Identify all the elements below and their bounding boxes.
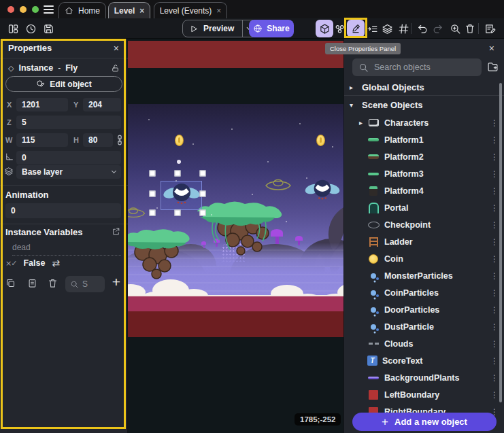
dust-particle-object[interactable]: [177, 160, 181, 164]
lock-ratio-icon[interactable]: [116, 135, 124, 145]
object-thumbnail: [367, 287, 380, 299]
object-row[interactable]: Platform2 ⋮: [344, 148, 499, 165]
selection-handle[interactable]: [200, 171, 206, 177]
window-close-button[interactable]: [7, 6, 14, 13]
platform-island-left[interactable]: [128, 225, 195, 288]
variable-name[interactable]: dead: [12, 243, 121, 256]
object-menu-icon[interactable]: ⋮: [490, 169, 499, 179]
platform-island-center[interactable]: [193, 199, 288, 267]
layer-select[interactable]: Base layer: [16, 165, 121, 179]
object-menu-icon[interactable]: ⋮: [490, 237, 499, 247]
tab-level-close-icon[interactable]: ×: [139, 6, 144, 16]
window-minimize-button[interactable]: [20, 6, 27, 13]
object-row[interactable]: ▸ Characters ⋮: [344, 114, 499, 131]
selection-handle[interactable]: [150, 171, 156, 177]
add-object-button[interactable]: + Add a new object: [352, 413, 497, 431]
w-field-input[interactable]: 115: [16, 133, 68, 147]
object-menu-icon[interactable]: ⋮: [490, 152, 499, 162]
selection-handle[interactable]: [175, 171, 181, 177]
open-variables-icon[interactable]: [112, 227, 120, 236]
selection-handle[interactable]: [150, 191, 156, 197]
tab-level-events-close-icon[interactable]: ×: [216, 6, 221, 16]
object-row[interactable]: Coin ⋮: [344, 250, 499, 267]
object-menu-icon[interactable]: ⋮: [490, 186, 499, 196]
object-row[interactable]: BackgroundPlants ⋮: [344, 369, 499, 386]
x-field-input[interactable]: 1201: [16, 98, 68, 111]
object-menu-icon[interactable]: ⋮: [490, 322, 499, 332]
tab-level-events[interactable]: Level (Events) ×: [154, 2, 227, 18]
object-menu-icon[interactable]: ⋮: [490, 271, 499, 281]
object-menu-icon[interactable]: ⋮: [490, 339, 499, 349]
tab-home[interactable]: Home: [58, 2, 106, 18]
add-variable-button[interactable]: +: [112, 274, 120, 290]
edit-object-button[interactable]: Edit object: [5, 76, 122, 92]
object-row[interactable]: T ScoreText ⋮: [344, 352, 499, 369]
variables-search-input[interactable]: S: [65, 276, 105, 292]
panels-layout-button[interactable]: [4, 20, 22, 37]
copy-variable-button[interactable]: [5, 278, 16, 288]
selection-handle[interactable]: [200, 210, 206, 216]
object-menu-icon[interactable]: ⋮: [490, 254, 499, 264]
object-menu-icon[interactable]: ⋮: [490, 203, 499, 213]
object-menu-icon[interactable]: ⋮: [490, 305, 499, 315]
object-menu-icon[interactable]: ⋮: [490, 373, 499, 383]
object-groups-button[interactable]: [331, 20, 348, 37]
properties-close-icon[interactable]: ×: [114, 43, 119, 54]
redo-button[interactable]: [429, 20, 446, 37]
paste-variable-button[interactable]: [27, 278, 37, 288]
fly-object[interactable]: [304, 177, 341, 203]
h-field-input[interactable]: 80: [83, 133, 113, 147]
unlock-icon[interactable]: [111, 64, 120, 73]
angle-field-input[interactable]: 0: [16, 151, 121, 164]
delete-button[interactable]: [461, 20, 479, 37]
object-menu-icon[interactable]: ⋮: [490, 288, 499, 298]
tab-level[interactable]: Level ×: [108, 2, 150, 18]
y-field-input[interactable]: 204: [83, 98, 121, 111]
grid-button[interactable]: [394, 20, 412, 37]
object-row[interactable]: LeftBoundary ⋮: [344, 386, 499, 403]
object-menu-icon[interactable]: ⋮: [490, 220, 499, 230]
object-row[interactable]: Platform3 ⋮: [344, 165, 499, 182]
animation-input[interactable]: 0: [5, 203, 121, 218]
object-row[interactable]: DoorParticles ⋮: [344, 301, 499, 318]
objects-scrollbar[interactable]: [499, 83, 502, 402]
edit-scene-events-button[interactable]: [481, 20, 499, 37]
object-row[interactable]: Ladder ⋮: [344, 233, 499, 250]
delete-variable-button[interactable]: [48, 278, 58, 288]
object-row[interactable]: DustParticle ⋮: [344, 318, 499, 335]
variable-value[interactable]: False: [23, 258, 45, 268]
save-button[interactable]: [39, 20, 57, 37]
object-row[interactable]: Checkpoint ⋮: [344, 216, 499, 233]
z-field-input[interactable]: 5: [16, 116, 121, 129]
objects-search-input[interactable]: Search objects: [352, 58, 482, 76]
toggle-value-icon[interactable]: ⇄: [52, 258, 60, 269]
selection-handle[interactable]: [150, 210, 156, 216]
toggle-properties-panel-button[interactable]: [347, 20, 365, 37]
object-row[interactable]: CoinParticles ⋮: [344, 284, 499, 301]
preview-button[interactable]: Preview: [182, 20, 258, 37]
window-zoom-button[interactable]: [32, 6, 39, 13]
object-menu-icon[interactable]: ⋮: [490, 135, 499, 145]
history-button[interactable]: [22, 20, 39, 37]
selection-handle[interactable]: [200, 191, 206, 197]
object-menu-icon[interactable]: ⋮: [490, 118, 499, 128]
share-button[interactable]: Share: [249, 20, 294, 37]
object-label: DustParticle: [384, 322, 490, 332]
selection-handle[interactable]: [175, 210, 181, 216]
layers-button[interactable]: [378, 20, 396, 37]
object-row[interactable]: Platform1 ⋮: [344, 131, 499, 148]
group-scene-objects[interactable]: ▾ Scene Objects: [344, 97, 499, 113]
group-global-objects[interactable]: ▸ Global Objects: [344, 79, 499, 95]
coin-object[interactable]: [175, 135, 184, 146]
main-menu-icon[interactable]: [44, 5, 54, 14]
objects-close-icon[interactable]: ×: [489, 43, 494, 54]
object-menu-icon[interactable]: ⋮: [490, 356, 499, 366]
selected-fly-instance[interactable]: [163, 181, 201, 208]
object-row[interactable]: Portal ⋮: [344, 199, 499, 216]
coin-object[interactable]: [316, 135, 325, 146]
object-menu-icon[interactable]: ⋮: [490, 390, 499, 400]
add-folder-icon[interactable]: [487, 61, 499, 73]
object-row[interactable]: Clouds ⋮: [344, 335, 499, 352]
object-row[interactable]: MonsterParticles ⋮: [344, 267, 499, 284]
object-row[interactable]: Platform4 ⋮: [344, 182, 499, 199]
